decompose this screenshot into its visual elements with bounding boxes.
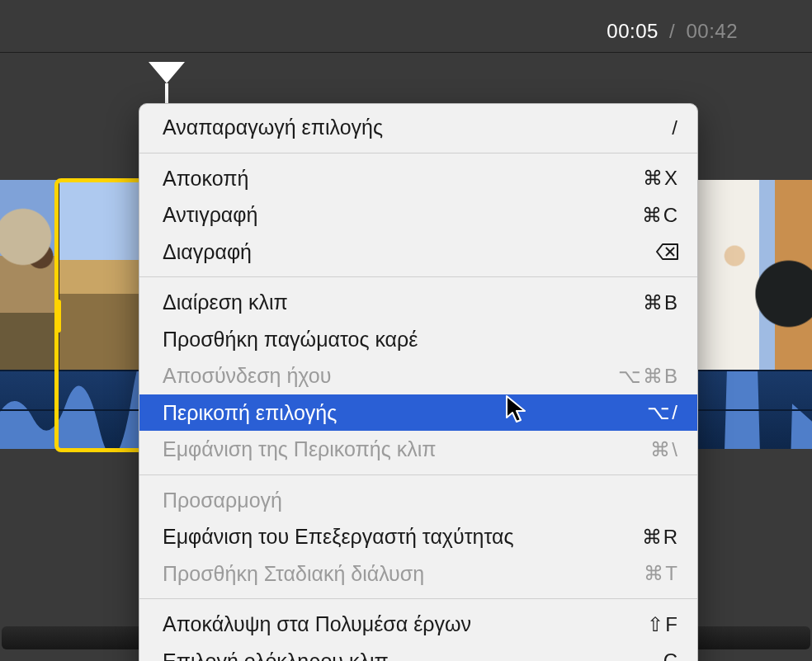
- menu-separator: [139, 475, 697, 475]
- menu-item-cut[interactable]: Αποκοπή ⌘X: [139, 160, 697, 197]
- timecode-current: 00:05: [607, 20, 659, 42]
- menu-separator: [139, 276, 697, 277]
- menu-separator: [139, 153, 697, 153]
- menu-item-detach-audio: Αποσύνδεση ήχου ⌥⌘B: [139, 357, 697, 394]
- menu-item-select-entire-clip[interactable]: Επιλογή ολόκληρου κλιπ C: [139, 643, 697, 662]
- menu-item-trim-selection[interactable]: Περικοπή επιλογής ⌥/: [139, 394, 697, 432]
- context-menu: Αναπαραγωγή επιλογής / Αποκοπή ⌘X Αντιγρ…: [139, 103, 698, 661]
- playhead[interactable]: [145, 60, 188, 85]
- timecode-separator: /: [664, 20, 680, 42]
- menu-item-copy[interactable]: Αντιγραφή ⌘C: [139, 196, 697, 234]
- menu-item-add-freeze-frame[interactable]: Προσθήκη παγώματος καρέ: [139, 321, 697, 358]
- menu-item-delete[interactable]: Διαγραφή: [139, 234, 697, 271]
- menu-item-play-selection[interactable]: Αναπαραγωγή επιλογής /: [139, 109, 697, 146]
- playback-timecode: 00:05 / 00:42: [607, 20, 738, 43]
- menu-item-show-speed-editor[interactable]: Εμφάνιση του Επεξεργαστή ταχύτητας ⌘R: [139, 518, 697, 555]
- menu-item-add-crossfade: Προσθήκη Σταδιακή διάλυση ⌘T: [139, 555, 697, 593]
- svg-marker-0: [149, 62, 185, 83]
- divider: [0, 52, 812, 53]
- menu-separator: [139, 598, 697, 599]
- menu-item-reveal-in-media[interactable]: Αποκάλυψη στα Πολυμέσα έργων ⇧F: [139, 606, 697, 643]
- clip-thumbnail[interactable]: [0, 180, 58, 370]
- timecode-total: 00:42: [686, 20, 738, 42]
- menu-item-show-trim-clip: Εμφάνιση της Περικοπής κλιπ ⌘\: [139, 431, 697, 468]
- menu-item-adjust: Προσαρμογή: [139, 482, 697, 519]
- menu-item-split-clip[interactable]: Διαίρεση κλιπ ⌘B: [139, 284, 697, 321]
- delete-icon: [656, 238, 679, 264]
- clip-thumbnail[interactable]: [693, 180, 812, 370]
